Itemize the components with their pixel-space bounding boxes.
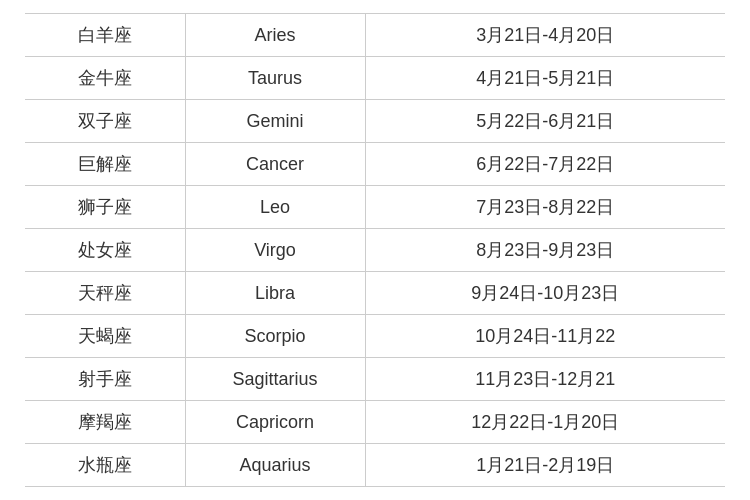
zodiac-english: Taurus bbox=[185, 57, 365, 100]
zodiac-english: Leo bbox=[185, 186, 365, 229]
zodiac-english: Aquarius bbox=[185, 444, 365, 487]
table-row: 天蝎座Scorpio10月24日-11月22 bbox=[25, 315, 725, 358]
zodiac-english: Scorpio bbox=[185, 315, 365, 358]
table-row: 射手座Sagittarius11月23日-12月21 bbox=[25, 358, 725, 401]
table-row: 白羊座Aries3月21日-4月20日 bbox=[25, 14, 725, 57]
zodiac-chinese: 天蝎座 bbox=[25, 315, 185, 358]
zodiac-dates: 3月21日-4月20日 bbox=[365, 14, 725, 57]
zodiac-table-container: 白羊座Aries3月21日-4月20日金牛座Taurus4月21日-5月21日双… bbox=[25, 13, 725, 487]
table-row: 金牛座Taurus4月21日-5月21日 bbox=[25, 57, 725, 100]
zodiac-chinese: 狮子座 bbox=[25, 186, 185, 229]
zodiac-dates: 6月22日-7月22日 bbox=[365, 143, 725, 186]
zodiac-chinese: 水瓶座 bbox=[25, 444, 185, 487]
zodiac-chinese: 摩羯座 bbox=[25, 401, 185, 444]
zodiac-chinese: 射手座 bbox=[25, 358, 185, 401]
zodiac-dates: 1月21日-2月19日 bbox=[365, 444, 725, 487]
zodiac-english: Libra bbox=[185, 272, 365, 315]
zodiac-dates: 9月24日-10月23日 bbox=[365, 272, 725, 315]
table-row: 双子座Gemini5月22日-6月21日 bbox=[25, 100, 725, 143]
zodiac-chinese: 处女座 bbox=[25, 229, 185, 272]
table-row: 水瓶座Aquarius1月21日-2月19日 bbox=[25, 444, 725, 487]
zodiac-dates: 8月23日-9月23日 bbox=[365, 229, 725, 272]
zodiac-chinese: 金牛座 bbox=[25, 57, 185, 100]
zodiac-chinese: 巨解座 bbox=[25, 143, 185, 186]
zodiac-english: Gemini bbox=[185, 100, 365, 143]
zodiac-english: Cancer bbox=[185, 143, 365, 186]
zodiac-english: Sagittarius bbox=[185, 358, 365, 401]
zodiac-english: Virgo bbox=[185, 229, 365, 272]
table-row: 狮子座Leo7月23日-8月22日 bbox=[25, 186, 725, 229]
zodiac-dates: 12月22日-1月20日 bbox=[365, 401, 725, 444]
zodiac-chinese: 双子座 bbox=[25, 100, 185, 143]
zodiac-table: 白羊座Aries3月21日-4月20日金牛座Taurus4月21日-5月21日双… bbox=[25, 13, 725, 487]
zodiac-dates: 4月21日-5月21日 bbox=[365, 57, 725, 100]
table-row: 天秤座Libra9月24日-10月23日 bbox=[25, 272, 725, 315]
zodiac-chinese: 白羊座 bbox=[25, 14, 185, 57]
zodiac-chinese: 天秤座 bbox=[25, 272, 185, 315]
zodiac-dates: 5月22日-6月21日 bbox=[365, 100, 725, 143]
table-row: 处女座Virgo8月23日-9月23日 bbox=[25, 229, 725, 272]
zodiac-english: Capricorn bbox=[185, 401, 365, 444]
zodiac-dates: 7月23日-8月22日 bbox=[365, 186, 725, 229]
table-row: 巨解座Cancer6月22日-7月22日 bbox=[25, 143, 725, 186]
zodiac-english: Aries bbox=[185, 14, 365, 57]
zodiac-dates: 11月23日-12月21 bbox=[365, 358, 725, 401]
zodiac-dates: 10月24日-11月22 bbox=[365, 315, 725, 358]
table-row: 摩羯座Capricorn12月22日-1月20日 bbox=[25, 401, 725, 444]
